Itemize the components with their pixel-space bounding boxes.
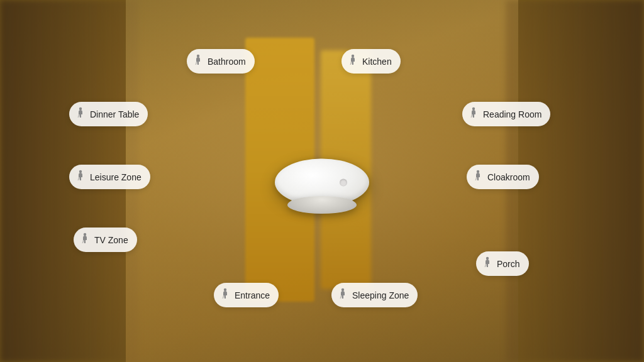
- sensor-base: [287, 196, 357, 214]
- room-label-text: Dinner Table: [90, 109, 139, 119]
- room-label-cloakroom[interactable]: Cloakroom: [467, 165, 539, 189]
- room-label-leisure-zone[interactable]: Leisure Zone: [69, 165, 150, 189]
- room-label-kitchen[interactable]: Kitchen: [341, 49, 401, 74]
- room-label-text: Bathroom: [208, 57, 246, 67]
- person-icon: [75, 107, 86, 121]
- person-icon: [75, 170, 86, 184]
- person-icon: [473, 170, 483, 184]
- svg-point-1: [352, 55, 354, 57]
- svg-point-0: [197, 55, 199, 57]
- room-label-porch[interactable]: Porch: [476, 251, 529, 276]
- svg-point-4: [79, 170, 82, 173]
- room-label-text: TV Zone: [94, 235, 128, 245]
- person-icon: [80, 233, 90, 247]
- room-label-dinner-table[interactable]: Dinner Table: [69, 102, 148, 126]
- person-icon: [220, 288, 230, 302]
- sensor-device[interactable]: [272, 151, 372, 214]
- svg-point-2: [79, 107, 82, 110]
- room-label-text: Porch: [497, 259, 520, 269]
- room-label-text: Reading Room: [483, 109, 541, 119]
- sensor-button: [340, 178, 347, 186]
- room-label-reading-room[interactable]: Reading Room: [462, 102, 550, 126]
- svg-point-8: [341, 288, 344, 291]
- room-label-sleeping-zone[interactable]: Sleeping Zone: [331, 283, 418, 307]
- svg-point-9: [486, 257, 489, 260]
- room-label-tv-zone[interactable]: TV Zone: [74, 228, 137, 252]
- person-icon: [348, 54, 358, 69]
- room-label-text: Sleeping Zone: [352, 290, 409, 300]
- room-label-text: Leisure Zone: [90, 172, 142, 182]
- person-icon: [482, 256, 492, 271]
- room-label-entrance[interactable]: Entrance: [214, 283, 279, 307]
- svg-point-5: [477, 170, 479, 173]
- person-icon: [338, 288, 348, 302]
- person-icon: [193, 54, 203, 69]
- svg-point-6: [84, 233, 86, 236]
- room-label-text: Cloakroom: [487, 172, 530, 182]
- room-label-text: Entrance: [235, 290, 270, 300]
- svg-point-7: [224, 288, 226, 291]
- room-label-bathroom[interactable]: Bathroom: [187, 49, 255, 74]
- person-icon: [469, 107, 479, 121]
- room-label-text: Kitchen: [362, 57, 392, 67]
- svg-point-3: [472, 107, 475, 110]
